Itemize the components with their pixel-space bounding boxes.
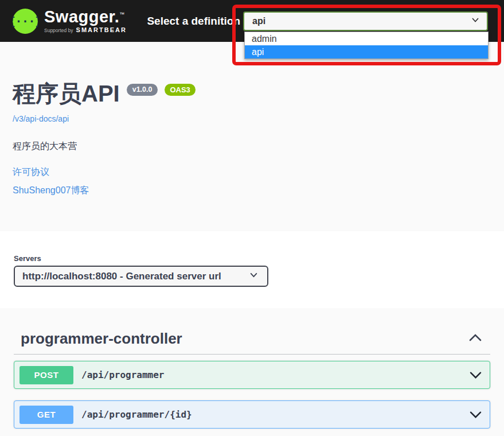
operations-section: programmer-controller POST /api/programm… (0, 308, 504, 429)
scheme-container: Servers http://localhost:8080 - Generate… (0, 231, 504, 308)
definition-select-value: api (252, 16, 265, 26)
operation-path: /api/programmer/{id} (81, 409, 192, 420)
server-select[interactable]: http://localhost:8080 - Generated server… (14, 266, 268, 287)
svg-text:{···}: {···} (13, 15, 38, 28)
chevron-down-icon[interactable] (469, 410, 482, 419)
brand-trademark: ™ (119, 11, 125, 17)
definition-select-area: Select a definition api admin api (147, 11, 488, 31)
definition-option-api[interactable]: api (245, 45, 488, 59)
smartbear-label: SMARTBEAR (76, 27, 127, 33)
definition-select-label: Select a definition (147, 15, 240, 28)
method-badge-post: POST (19, 366, 73, 384)
definition-select[interactable]: api (243, 11, 488, 31)
license-link[interactable]: 许可协议 (13, 166, 49, 178)
chevron-down-icon (249, 270, 259, 283)
definition-select-wrap: api admin api (243, 11, 488, 31)
swagger-logo-text: Swagger.™ Supported by SMARTBEAR (44, 9, 127, 33)
definition-option-admin[interactable]: admin (245, 32, 488, 45)
spec-url-link[interactable]: /v3/api-docs/api (13, 114, 69, 123)
contact-blog-link[interactable]: ShuSheng007博客 (13, 185, 89, 197)
swagger-logo-link[interactable]: {···} Swagger.™ Supported by SMARTBEAR (13, 9, 127, 34)
api-description: 程序员的大本营 (13, 141, 491, 153)
tag-divider (14, 354, 490, 355)
topbar: {···} Swagger.™ Supported by SMARTBEAR S… (0, 0, 504, 42)
api-info-section: 程序员API v1.0.0 OAS3 /v3/api-docs/api 程序员的… (0, 42, 504, 231)
server-select-value: http://localhost:8080 - Generated server… (22, 271, 221, 282)
operation-path: /api/programmer (81, 369, 165, 380)
servers-label: Servers (14, 254, 490, 263)
tag-header-programmer-controller[interactable]: programmer-controller (14, 330, 490, 348)
swagger-logo-icon: {···} (13, 9, 38, 34)
api-title: 程序员API (13, 80, 120, 107)
api-title-row: 程序员API v1.0.0 OAS3 (13, 80, 491, 107)
tag-title: programmer-controller (21, 330, 182, 348)
definition-dropdown: admin api (244, 32, 489, 59)
brand-name: Swagger. (44, 7, 119, 26)
operation-row-get-programmer-id[interactable]: GET /api/programmer/{id} (14, 400, 490, 429)
chevron-down-icon (471, 15, 480, 27)
operation-row-post-programmer[interactable]: POST /api/programmer (14, 361, 490, 389)
chevron-up-icon[interactable] (468, 333, 482, 345)
method-badge-get: GET (19, 406, 73, 424)
version-badge: v1.0.0 (127, 84, 158, 96)
chevron-down-icon[interactable] (469, 370, 482, 380)
oas3-badge: OAS3 (165, 84, 195, 96)
supported-by-label: Supported by (44, 28, 73, 33)
